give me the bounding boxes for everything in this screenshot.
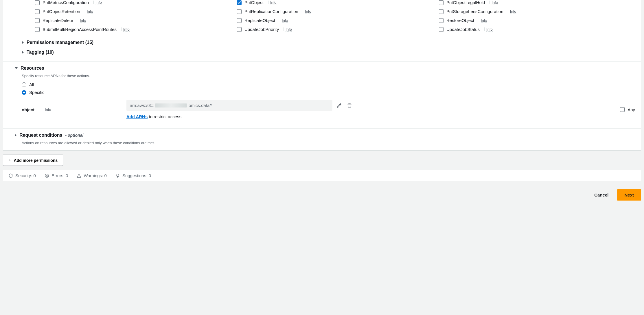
action-item: RestoreObjectInfo — [439, 18, 635, 23]
action-checkbox[interactable] — [35, 18, 40, 23]
arn-display[interactable]: arn:aws:s3::: .omics.data/* — [126, 100, 332, 111]
resources-toggle[interactable]: Resources — [15, 66, 635, 71]
radio-specific[interactable]: Specific — [22, 90, 635, 95]
action-item: PutObjectInfo — [237, 0, 433, 5]
action-label: SubmitMultiRegionAccessPointRoutes — [43, 27, 117, 32]
stat-security-label: Security: 0 — [15, 173, 36, 178]
action-item: PutStorageLensConfigurationInfo — [439, 9, 635, 14]
action-item: PutReplicationConfigurationInfo — [237, 9, 433, 14]
next-button[interactable]: Next — [617, 189, 641, 201]
action-label: PutReplicationConfiguration — [244, 9, 298, 14]
action-checkbox[interactable] — [439, 18, 444, 23]
action-checkbox[interactable] — [237, 0, 242, 5]
info-link[interactable]: Info — [479, 18, 487, 22]
conditions-optional: - optional — [65, 133, 83, 138]
arn-column: arn:aws:s3::: .omics.data/* — [126, 100, 352, 119]
action-checkbox[interactable] — [439, 27, 444, 32]
info-link[interactable]: Info — [121, 27, 130, 31]
radio-icon — [22, 82, 26, 87]
action-label: UpdateJobPriority — [244, 27, 279, 32]
action-item: UpdateJobStatusInfo — [439, 27, 635, 32]
expander-label: Tagging (10) — [27, 50, 54, 55]
resources-title: Resources — [21, 66, 44, 71]
expander-tagging[interactable]: Tagging (10) — [3, 47, 641, 57]
footer-buttons: Cancel Next — [3, 189, 641, 201]
action-checkbox[interactable] — [35, 0, 40, 5]
actions-grid: PutMetricsConfigurationInfoPutObjectInfo… — [3, 0, 641, 38]
arn-redacted — [155, 103, 187, 108]
info-link[interactable]: Info — [85, 10, 93, 13]
action-checkbox[interactable] — [237, 27, 242, 32]
action-item: PutObjectLegalHoldInfo — [439, 0, 635, 5]
action-checkbox[interactable] — [237, 18, 242, 23]
action-checkbox[interactable] — [237, 9, 242, 14]
action-label: PutStorageLensConfiguration — [446, 9, 503, 14]
expander-label: Permissions management (15) — [27, 40, 93, 45]
action-label: ReplicateObject — [244, 18, 275, 23]
action-item: ReplicateObjectInfo — [237, 18, 433, 23]
stat-suggestions[interactable]: Suggestions: 0 — [115, 173, 151, 178]
stat-errors[interactable]: Errors: 0 — [45, 173, 68, 178]
caret-right-icon — [22, 51, 24, 54]
action-checkbox[interactable] — [439, 9, 444, 14]
info-link[interactable]: Info — [303, 10, 311, 13]
caret-down-icon — [15, 67, 18, 69]
stat-errors-label: Errors: 0 — [51, 173, 68, 178]
info-link[interactable]: Info — [508, 10, 516, 13]
action-label: UpdateJobStatus — [446, 27, 480, 32]
policy-editor-panel: PutMetricsConfigurationInfoPutObjectInfo… — [3, 0, 641, 151]
action-label: PutObject — [244, 0, 264, 5]
radio-specific-label: Specific — [29, 90, 45, 95]
add-arns-text: Add ARNs to restrict access. — [126, 114, 352, 119]
action-label: RestoreObject — [446, 18, 474, 23]
radio-all-label: All — [29, 82, 34, 87]
action-item: PutObjectRetentionInfo — [35, 9, 231, 14]
radio-icon — [22, 90, 26, 95]
arn-suffix: .omics.data/* — [187, 103, 213, 108]
action-item: PutMetricsConfigurationInfo — [35, 0, 231, 5]
any-label: Any — [628, 107, 635, 112]
any-checkbox[interactable] — [620, 107, 625, 112]
plus-icon: + — [8, 157, 12, 163]
add-more-permissions-label: Add more permissions — [14, 158, 58, 163]
resources-section: Resources Specify resource ARNs for thes… — [3, 62, 641, 124]
info-link[interactable]: Info — [45, 108, 51, 112]
add-arns-tail: to restrict access. — [148, 114, 183, 119]
expander-permissions-management[interactable]: Permissions management (15) — [3, 38, 641, 47]
resource-row-object: object Info arn:aws:s3::: .omics.data/* — [22, 100, 635, 119]
action-item: ReplicateDeleteInfo — [35, 18, 231, 23]
caret-right-icon — [22, 41, 24, 44]
action-checkbox[interactable] — [35, 9, 40, 14]
delete-icon[interactable] — [347, 103, 352, 108]
caret-right-icon — [15, 134, 16, 137]
stat-warnings[interactable]: Warnings: 0 — [77, 173, 106, 178]
conditions-toggle[interactable]: Request conditions - optional — [15, 133, 635, 138]
info-link[interactable]: Info — [268, 1, 277, 4]
add-more-permissions-button[interactable]: + Add more permissions — [3, 155, 63, 166]
conditions-subtitle: Actions on resources are allowed or deni… — [22, 141, 635, 145]
info-link[interactable]: Info — [490, 1, 498, 4]
resource-type-label: object — [22, 107, 39, 112]
validation-bar: Security: 0 Errors: 0 Warnings: 0 Sugges… — [3, 170, 641, 181]
action-item: UpdateJobPriorityInfo — [237, 27, 433, 32]
info-link[interactable]: Info — [484, 27, 493, 31]
cancel-button[interactable]: Cancel — [590, 189, 613, 201]
any-checkbox-group: Any — [620, 107, 635, 112]
info-link[interactable]: Info — [93, 1, 102, 4]
info-link[interactable]: Info — [78, 18, 86, 22]
stat-suggestions-label: Suggestions: 0 — [122, 173, 151, 178]
info-link[interactable]: Info — [284, 27, 292, 31]
add-arns-link[interactable]: Add ARNs — [126, 114, 148, 119]
arn-prefix: arn:aws:s3::: — [130, 103, 154, 108]
radio-all[interactable]: All — [22, 82, 635, 87]
resources-subtitle: Specify resource ARNs for these actions. — [22, 74, 635, 78]
stat-warnings-label: Warnings: 0 — [84, 173, 106, 178]
conditions-section: Request conditions - optional Actions on… — [3, 129, 641, 150]
conditions-title: Request conditions — [19, 133, 62, 138]
action-checkbox[interactable] — [439, 0, 444, 5]
info-link[interactable]: Info — [280, 18, 288, 22]
action-checkbox[interactable] — [35, 27, 40, 32]
edit-icon[interactable] — [336, 103, 342, 108]
stat-security[interactable]: Security: 0 — [8, 173, 36, 178]
action-label: PutMetricsConfiguration — [43, 0, 89, 5]
